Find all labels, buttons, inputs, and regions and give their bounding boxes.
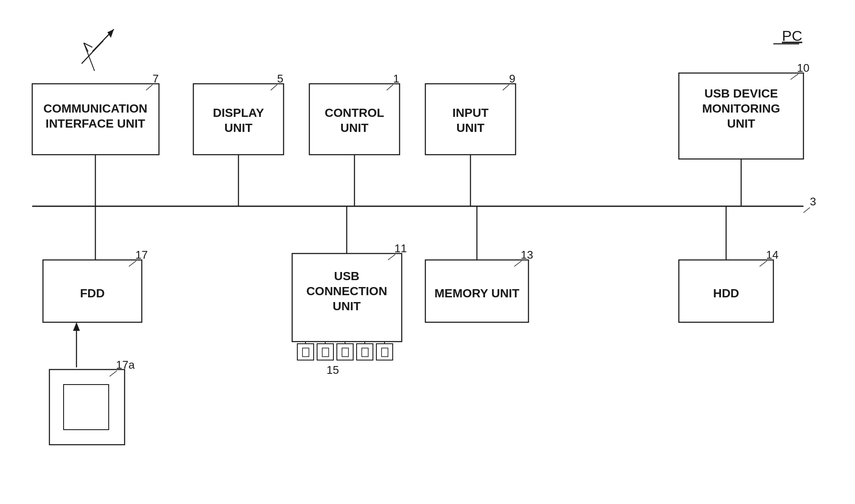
ref-17a: 17a	[116, 358, 135, 371]
communication-interface-label: COMMUNICATION	[43, 102, 147, 115]
svg-rect-35	[64, 385, 109, 430]
svg-rect-17	[302, 348, 309, 357]
ref-3: 3	[810, 195, 816, 208]
ref-15: 15	[327, 363, 339, 376]
usb-connection-label: USB	[334, 269, 359, 283]
usb-device-monitoring-label3: UNIT	[727, 117, 755, 130]
svg-marker-6	[107, 29, 114, 38]
usb-device-monitoring-label2: MONITORING	[702, 102, 780, 115]
control-unit-label2: UNIT	[340, 121, 368, 134]
display-unit-label2: UNIT	[224, 121, 252, 134]
ref-11: 11	[394, 242, 407, 255]
block-diagram-svg: PC COMMUNICATION INTERFACE UNIT 7 DISPLA…	[0, 0, 855, 504]
usb-connection-label2: CONNECTION	[306, 284, 387, 298]
ref-7: 7	[153, 72, 159, 85]
svg-rect-25	[382, 348, 388, 357]
hdd-label: HDD	[713, 287, 739, 300]
fdd-label: FDD	[80, 287, 105, 300]
usb-device-monitoring-label: USB DEVICE	[704, 87, 778, 100]
svg-rect-21	[342, 348, 348, 357]
svg-marker-34	[73, 322, 80, 331]
svg-line-1	[84, 43, 95, 71]
ref-13: 13	[521, 248, 533, 261]
svg-rect-19	[322, 348, 329, 357]
display-unit-label: DISPLAY	[213, 106, 264, 119]
ref-1: 1	[393, 72, 399, 85]
ref-17: 17	[135, 248, 148, 261]
ref-5: 5	[277, 72, 283, 85]
ref-10: 10	[797, 61, 809, 74]
pc-label: PC	[782, 27, 802, 44]
usb-connection-label3: UNIT	[333, 299, 360, 313]
ref-14: 14	[766, 248, 779, 261]
svg-rect-23	[362, 348, 368, 357]
usb-device-monitoring-box	[679, 73, 803, 159]
input-unit-label: INPUT	[452, 106, 489, 119]
input-unit-label2: UNIT	[456, 121, 484, 134]
ref-9: 9	[509, 72, 515, 85]
diagram-container: PC COMMUNICATION INTERFACE UNIT 7 DISPLA…	[0, 0, 855, 504]
memory-unit-label: MEMORY UNIT	[434, 287, 519, 300]
control-unit-label: CONTROL	[325, 106, 384, 119]
communication-interface-label2: INTERFACE UNIT	[46, 117, 145, 130]
